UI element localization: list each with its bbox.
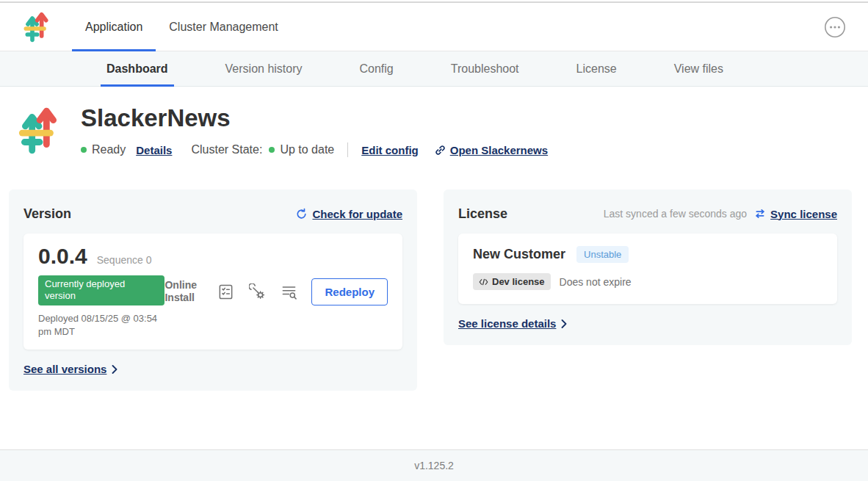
redeploy-button[interactable]: Redeploy [311, 278, 388, 305]
cluster-state-dot [269, 147, 275, 153]
cluster-state-label: Cluster State: [191, 143, 262, 156]
customer-name: New Customer [473, 247, 565, 262]
version-card-title: Version [23, 206, 71, 222]
channel-badge: Unstable [576, 246, 629, 263]
ellipsis-icon [824, 16, 846, 38]
license-meta: Dev license Does not expire [473, 273, 822, 290]
wrench-gear-icon [249, 283, 266, 300]
tab-cluster-management[interactable]: Cluster Management [156, 3, 292, 51]
vertical-divider [347, 142, 348, 157]
version-row: 0.0.4 Sequence 0 [38, 244, 164, 269]
license-header-right: Last synced a few seconds ago Sync licen… [604, 208, 837, 220]
license-card-header: License Last synced a few seconds ago [458, 204, 837, 223]
link-icon [435, 145, 446, 156]
app-status-dot [81, 147, 87, 153]
subnav-tab-dashboard[interactable]: Dashboard [101, 51, 174, 86]
last-synced-text: Last synced a few seconds ago [604, 208, 747, 220]
install-type-label: Online Install [164, 279, 203, 305]
customer-row: New Customer Unstable [473, 246, 822, 263]
see-all-versions-link[interactable]: See all versions [23, 363, 117, 375]
preflight-checks-button[interactable] [217, 283, 234, 300]
app-status-text: Ready [92, 143, 126, 156]
see-license-details-link[interactable]: See license details [458, 317, 567, 330]
sync-license-link[interactable]: Sync license [754, 208, 837, 220]
sync-license-label: Sync license [770, 208, 837, 220]
subnav-tab-config[interactable]: Config [354, 51, 399, 86]
slackernews-logo-icon [22, 11, 51, 43]
license-card: License Last synced a few seconds ago [444, 189, 852, 345]
deployed-timestamp: Deployed 08/15/25 @ 03:54 pm MDT [38, 312, 164, 340]
version-card-header: Version Check for update [23, 204, 402, 223]
sequence-label: Sequence 0 [97, 254, 152, 266]
top-nav: Application Cluster Management [0, 3, 868, 51]
checklist-icon [217, 283, 234, 300]
code-brackets-icon [479, 278, 488, 286]
subnav-tab-troubleshoot[interactable]: Troubleshoot [445, 51, 525, 86]
deploy-logs-button[interactable] [280, 283, 297, 300]
license-card-title: License [458, 206, 507, 222]
open-app-link[interactable]: Open Slackernews [435, 144, 548, 156]
more-menu-button[interactable] [824, 16, 846, 38]
tab-application[interactable]: Application [72, 3, 156, 51]
config-button[interactable] [248, 283, 266, 300]
refresh-icon [295, 208, 308, 220]
check-for-update-label: Check for update [312, 208, 402, 220]
version-info: 0.0.4 Sequence 0 Currently deployed vers… [38, 244, 164, 339]
deployed-badge: Currently deployed version [38, 275, 164, 305]
app-status-row: Ready Details Cluster State: Up to date … [81, 142, 548, 157]
license-type-badge: Dev license [473, 273, 551, 290]
edit-config-link[interactable]: Edit config [361, 144, 419, 156]
footer: v1.125.2 [0, 449, 868, 481]
version-number: 0.0.4 [38, 244, 87, 269]
sync-arrows-icon [754, 209, 766, 219]
logs-magnifier-icon [281, 283, 297, 300]
console-version: v1.125.2 [414, 460, 454, 471]
current-version-panel: 0.0.4 Sequence 0 Currently deployed vers… [23, 234, 402, 350]
dashboard-main: SlackerNews Ready Details Cluster State:… [0, 87, 868, 449]
see-license-details-label: See license details [458, 317, 556, 330]
chevron-right-icon [112, 365, 117, 374]
version-card: Version Check for update 0.0.4 Sequ [9, 189, 417, 391]
see-all-versions-label: See all versions [23, 363, 106, 375]
page-title: SlackerNews [81, 104, 548, 132]
license-expiration: Does not expire [560, 276, 632, 288]
dashboard-cards: Version Check for update 0.0.4 Sequ [0, 157, 868, 391]
cluster-state-text: Up to date [280, 143, 334, 156]
subnav-tab-license[interactable]: License [571, 51, 623, 86]
app-icon [16, 106, 62, 156]
app-header: SlackerNews Ready Details Cluster State:… [0, 87, 868, 157]
app-sub-nav: Dashboard Version history Config Trouble… [0, 51, 868, 87]
details-link[interactable]: Details [136, 144, 172, 156]
chevron-right-icon [561, 319, 567, 328]
subnav-tab-version-history[interactable]: Version history [220, 51, 308, 86]
top-nav-tabs: Application Cluster Management [72, 3, 292, 51]
app-logo[interactable] [22, 11, 51, 43]
license-panel: New Customer Unstable Dev license [458, 234, 837, 304]
license-type-label: Dev license [492, 276, 545, 287]
check-for-update-link[interactable]: Check for update [295, 208, 402, 220]
subnav-tab-view-files[interactable]: View files [668, 51, 729, 86]
open-app-label: Open Slackernews [450, 144, 548, 156]
version-actions: Online Install [164, 278, 388, 305]
